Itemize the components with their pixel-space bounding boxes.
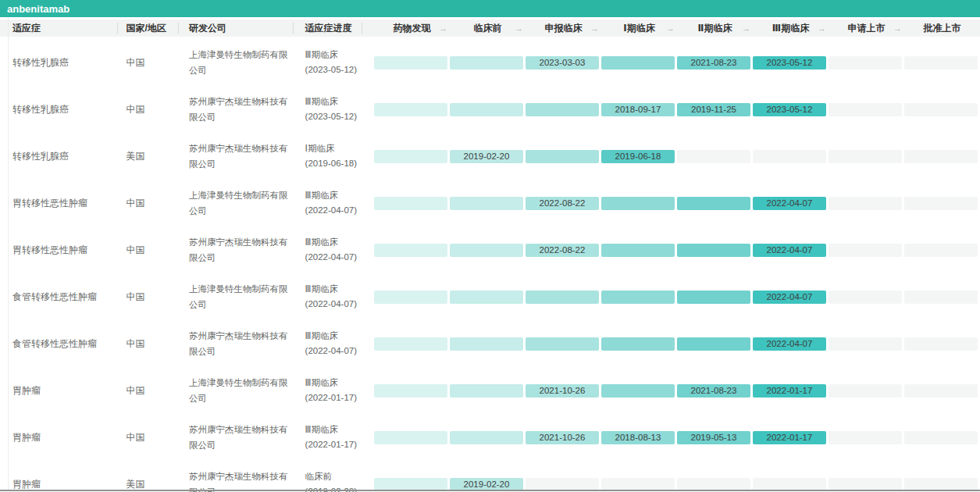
stage-bar[interactable]: 2018-09-17 — [601, 103, 675, 116]
progress-stage: 临床前 — [305, 469, 362, 484]
cell-indication: 胃转移性恶性肿瘤 — [8, 244, 117, 257]
stage-bar[interactable] — [904, 244, 978, 257]
stage-bar[interactable] — [753, 150, 826, 163]
stage-bar[interactable]: 2021-08-23 — [677, 384, 750, 398]
stage-bar[interactable] — [526, 150, 599, 163]
cell-country: 中国 — [117, 384, 178, 398]
stage-header-label: Ⅱ期临床 — [698, 22, 732, 35]
cell-country: 中国 — [117, 103, 178, 116]
stage-bar[interactable] — [904, 150, 978, 163]
stage-bar[interactable] — [374, 337, 447, 351]
stage-bar[interactable] — [601, 478, 675, 491]
cell-company: 苏州康宁杰瑞生物科技有限公司 — [178, 94, 292, 125]
stage-bar[interactable] — [753, 478, 826, 491]
stage-bar[interactable] — [904, 431, 978, 444]
stage-bar[interactable] — [829, 337, 902, 351]
cell-company: 苏州康宁杰瑞生物科技有限公司 — [178, 328, 292, 359]
stage-bar[interactable] — [374, 197, 447, 210]
stage-bar[interactable] — [526, 103, 599, 116]
stage-bars: 2021-10-262021-08-232022-01-17 — [362, 384, 980, 398]
stage-bar[interactable] — [829, 384, 902, 398]
stage-bar[interactable] — [374, 56, 447, 70]
stage-bar[interactable] — [677, 291, 750, 304]
stage-bar[interactable] — [677, 197, 750, 210]
stage-bar[interactable] — [601, 244, 675, 257]
cell-indication: 胃转移性恶性肿瘤 — [8, 197, 117, 210]
stage-bar[interactable]: 2019-11-25 — [677, 103, 750, 116]
stage-bar[interactable] — [450, 56, 523, 70]
stage-bar[interactable] — [601, 197, 675, 210]
stage-bar[interactable] — [829, 150, 902, 163]
stage-bar[interactable]: 2019-06-18 — [601, 150, 675, 163]
stage-bar[interactable]: 2022-01-17 — [753, 384, 826, 398]
stage-bar[interactable] — [601, 384, 675, 398]
stage-bar[interactable]: 2022-04-07 — [753, 244, 826, 257]
stage-bar[interactable] — [904, 478, 978, 491]
stage-bar[interactable]: 2022-08-22 — [526, 244, 599, 257]
stage-bar[interactable] — [829, 197, 902, 210]
stage-bar[interactable]: 2021-10-26 — [526, 431, 599, 444]
table-row: 胃转移性恶性肿瘤 中国 苏州康宁杰瑞生物科技有限公司 Ⅲ期临床 (2022-04… — [0, 226, 980, 273]
stage-bar[interactable]: 2018-08-13 — [601, 431, 675, 444]
stage-bar[interactable] — [829, 478, 902, 491]
cell-company: 上海津曼特生物制药有限公司 — [178, 47, 292, 78]
progress-date: (2022-04-07) — [305, 344, 362, 358]
horizontal-scrollbar[interactable] — [0, 490, 980, 491]
stage-bar[interactable]: 2022-04-07 — [753, 337, 826, 351]
stage-bar[interactable] — [829, 56, 902, 70]
stage-bar[interactable] — [677, 150, 750, 163]
stage-bar[interactable] — [677, 244, 750, 257]
stage-bar[interactable]: 2022-01-17 — [753, 431, 826, 444]
stage-bars: 2022-04-07 — [362, 291, 980, 304]
stage-bar[interactable] — [374, 150, 447, 163]
stage-bar[interactable] — [526, 291, 599, 304]
stage-bar[interactable] — [450, 103, 523, 116]
stage-bar[interactable] — [450, 291, 523, 304]
table-row: 转移性乳腺癌 美国 苏州康宁杰瑞生物科技有限公司 Ⅰ期临床 (2019-06-1… — [0, 133, 980, 180]
stage-bar[interactable]: 2022-04-07 — [753, 291, 826, 304]
stage-bar[interactable]: 2022-04-07 — [753, 197, 826, 210]
stage-bar[interactable] — [374, 431, 447, 444]
stage-bar[interactable]: 2023-03-03 — [526, 56, 599, 70]
stage-bar[interactable] — [450, 431, 523, 444]
stage-bar[interactable] — [601, 291, 675, 304]
stage-bar[interactable] — [904, 384, 978, 398]
stage-bar[interactable] — [829, 431, 902, 444]
stage-bar[interactable] — [904, 291, 978, 304]
stage-bar[interactable] — [904, 103, 978, 116]
cell-indication: 转移性乳腺癌 — [8, 150, 117, 163]
stage-bar[interactable] — [450, 337, 523, 351]
stage-bar[interactable]: 2021-08-23 — [677, 56, 750, 70]
table-row: 食管转移性恶性肿瘤 中国 上海津曼特生物制药有限公司 Ⅲ期临床 (2022-04… — [0, 273, 980, 320]
stage-bar[interactable] — [677, 478, 750, 491]
stage-bar[interactable] — [601, 56, 675, 70]
stage-bar[interactable] — [829, 103, 902, 116]
stage-bar[interactable] — [904, 197, 978, 210]
stage-bar[interactable]: 2021-10-26 — [526, 384, 599, 398]
stage-bar[interactable] — [450, 244, 523, 257]
stage-bar[interactable]: 2023-05-12 — [753, 56, 826, 70]
stage-bar[interactable] — [374, 291, 447, 304]
stage-bar[interactable] — [526, 337, 599, 351]
stage-bar[interactable] — [829, 244, 902, 257]
stage-bar[interactable] — [450, 384, 523, 398]
stage-bar[interactable]: 2019-05-13 — [677, 431, 750, 444]
stage-bar[interactable] — [677, 337, 750, 351]
stage-bar[interactable] — [829, 291, 902, 304]
stage-bar[interactable] — [374, 244, 447, 257]
stage-bar[interactable] — [374, 384, 447, 398]
stage-header-cell: 申请上市 → — [829, 22, 904, 35]
stage-bar[interactable] — [374, 103, 447, 116]
stage-bar[interactable]: 2023-05-12 — [753, 103, 826, 116]
stage-bar[interactable] — [904, 337, 978, 351]
stage-bar[interactable] — [601, 337, 675, 351]
stage-bar[interactable]: 2022-08-22 — [526, 197, 599, 210]
stage-bar[interactable] — [526, 478, 599, 491]
stage-bar[interactable] — [374, 478, 447, 491]
table-row: 胃肿瘤 美国 苏州康宁杰瑞生物科技有限公司 临床前 (2019-02-20) 2… — [0, 461, 980, 492]
stage-bar[interactable]: 2019-02-20 — [450, 478, 523, 491]
progress-stage: Ⅰ期临床 — [305, 141, 362, 156]
stage-bar[interactable] — [904, 56, 978, 70]
stage-bar[interactable] — [450, 197, 523, 210]
stage-bar[interactable]: 2019-02-20 — [450, 150, 523, 163]
